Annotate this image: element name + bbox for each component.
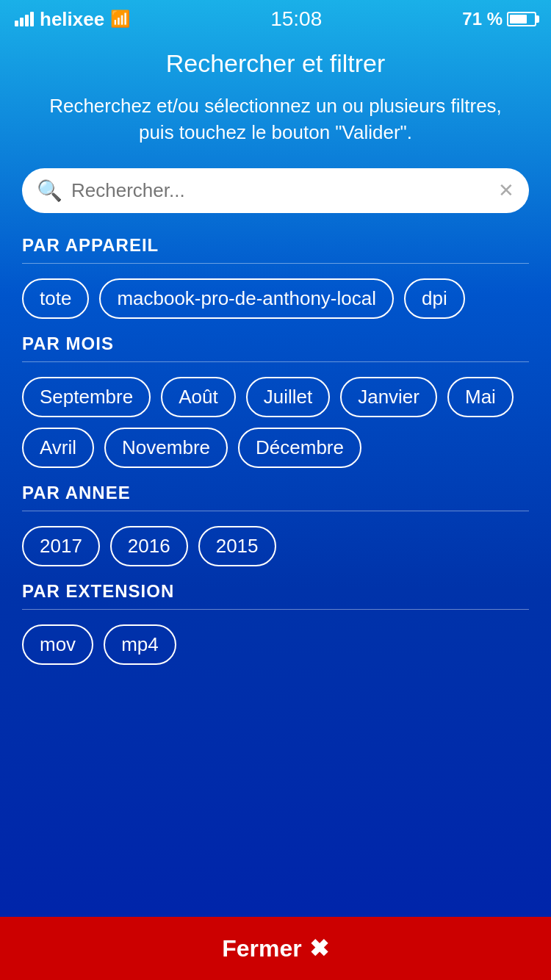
page-title: Rechercher et filtrer (0, 35, 551, 85)
close-icon: ✖ (309, 934, 329, 962)
tags-appareil: totemacbook-pro-de-anthony-localdpi (22, 278, 529, 319)
tag-item[interactable]: mov (22, 624, 93, 665)
tag-item[interactable]: mp4 (104, 624, 176, 665)
tag-item[interactable]: Mai (447, 377, 514, 417)
signal-icon (15, 12, 34, 26)
carrier-label: helixee (40, 8, 104, 31)
tags-extension: movmp4 (22, 624, 529, 665)
status-right: 71 % (462, 9, 536, 29)
search-input[interactable] (71, 179, 489, 202)
status-bar: helixee 📶 15:08 71 % (0, 0, 551, 35)
tag-item[interactable]: 2016 (110, 526, 188, 566)
tag-item[interactable]: Septembre (22, 377, 151, 417)
section-header-appareil: PAR APPAREIL (22, 235, 529, 264)
tag-item[interactable]: Juillet (246, 377, 330, 417)
close-label: Fermer (222, 935, 302, 962)
wifi-icon: 📶 (110, 10, 130, 29)
tag-item[interactable]: Novembre (104, 428, 228, 468)
tag-item[interactable]: Janvier (340, 377, 437, 417)
search-container: 🔍 ✕ (0, 168, 551, 235)
time-label: 15:08 (270, 7, 322, 31)
battery-percent: 71 % (462, 9, 503, 29)
tag-item[interactable]: Décembre (238, 428, 361, 468)
tags-annee: 201720162015 (22, 526, 529, 566)
search-icon: 🔍 (37, 179, 62, 203)
section-header-mois: PAR MOIS (22, 334, 529, 362)
close-button[interactable]: Fermer ✖ (222, 934, 329, 962)
section-annee: PAR ANNEE201720162015 (0, 483, 551, 581)
tag-item[interactable]: Avril (22, 428, 94, 468)
section-mois: PAR MOISSeptembreAoûtJuilletJanvierMaiAv… (0, 334, 551, 483)
battery-icon (507, 12, 536, 26)
tag-item[interactable]: tote (22, 278, 89, 319)
tag-item[interactable]: dpi (404, 278, 465, 319)
section-header-extension: PAR EXTENSION (22, 581, 529, 610)
tag-item[interactable]: macbook-pro-de-anthony-local (99, 278, 394, 319)
section-extension: PAR EXTENSIONmovmp4 (0, 581, 551, 680)
tags-mois: SeptembreAoûtJuilletJanvierMaiAvrilNovem… (22, 377, 529, 468)
tag-item[interactable]: 2017 (22, 526, 100, 566)
status-left: helixee 📶 (15, 8, 130, 31)
clear-search-icon[interactable]: ✕ (498, 179, 514, 202)
tag-item[interactable]: Août (161, 377, 236, 417)
section-appareil: PAR APPAREILtotemacbook-pro-de-anthony-l… (0, 235, 551, 334)
tag-item[interactable]: 2015 (198, 526, 276, 566)
description-text: Recherchez et/ou sélectionnez un ou plus… (0, 85, 551, 168)
footer: Fermer ✖ (0, 917, 551, 980)
section-header-annee: PAR ANNEE (22, 483, 529, 511)
search-bar: 🔍 ✕ (22, 168, 529, 213)
